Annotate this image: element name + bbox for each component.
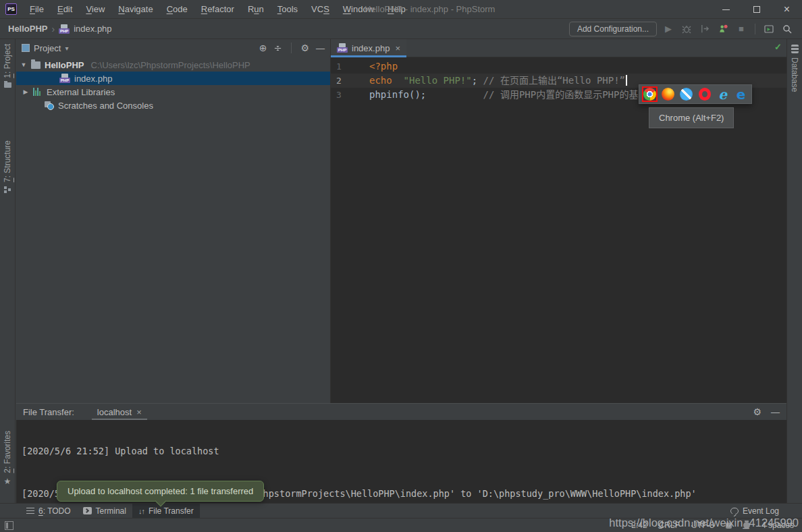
line-number: 3: [331, 88, 365, 102]
menu-refactor[interactable]: Refactor: [194, 0, 241, 18]
menu-tools[interactable]: Tools: [271, 0, 304, 18]
project-panel-actions: ⊕ ⚙ —: [259, 43, 325, 53]
project-panel-title[interactable]: Project: [34, 43, 61, 53]
project-root-path: C:\Users\lzc\PhpstormProjects\HelloPHP: [91, 60, 250, 70]
editor-tab-bar: PHP index.php ×: [331, 39, 786, 57]
text-cursor: [626, 75, 627, 86]
internet-explorer-icon[interactable]: [715, 86, 730, 102]
project-tree: ▼ HelloPHP C:\Users\lzc\PhpstormProjects…: [16, 57, 330, 112]
navigation-bar: HelloPHP › PHP index.php Add Configurati…: [0, 19, 802, 39]
open-in-browser-popup: [639, 84, 752, 104]
project-stripe-icon: [4, 82, 11, 88]
debug-icon[interactable]: [680, 22, 693, 36]
hide-panel-icon[interactable]: —: [771, 407, 780, 417]
project-view-icon: [22, 44, 30, 52]
line-number: 1: [331, 59, 365, 74]
upload-notification[interactable]: Upload to localhost completed: 1 file tr…: [57, 481, 264, 502]
sidebar-item-favorites[interactable]: 2: Favorites ★: [0, 431, 15, 485]
run-anything-icon[interactable]: [762, 22, 776, 36]
safari-icon[interactable]: [678, 86, 694, 102]
phpstorm-window: PS File Edit View Navigate Code Refactor…: [0, 0, 802, 532]
window-controls: ×: [711, 0, 802, 19]
sidebar-item-project[interactable]: 1: Project: [0, 44, 15, 88]
run-icon[interactable]: ▶: [662, 22, 675, 36]
tree-row-index-php[interactable]: PHP index.php: [16, 72, 330, 85]
php-file-icon: PHP: [59, 74, 70, 83]
file-transfer-actions: ⚙ —: [753, 406, 780, 417]
menu-edit[interactable]: Edit: [51, 0, 79, 18]
hide-panel-icon[interactable]: —: [316, 43, 325, 53]
tree-row-root[interactable]: ▼ HelloPHP C:\Users\lzc\PhpstormProjects…: [16, 58, 330, 72]
todo-icon: [26, 508, 34, 514]
breadcrumb-project[interactable]: HelloPHP: [8, 24, 48, 34]
search-everywhere-icon[interactable]: [780, 22, 794, 36]
php-file-icon: PHP: [337, 43, 348, 53]
sidebar-item-database[interactable]: Database: [787, 45, 802, 92]
line-number: 2: [331, 74, 365, 88]
title-bar: PS File Edit View Navigate Code Refactor…: [0, 0, 802, 19]
menu-code[interactable]: Code: [160, 0, 194, 18]
attach-debugger-icon[interactable]: [716, 22, 730, 36]
menu-run[interactable]: Run: [241, 0, 271, 18]
code-line-1: 1 <?php: [331, 59, 786, 74]
chevron-down-icon[interactable]: ▾: [65, 45, 68, 52]
project-panel-header: Project ▾ ⊕ ⚙ —: [16, 39, 330, 57]
left-tool-window-stripe: 1: Project 7: Structure 2: Favorites ★: [0, 39, 16, 503]
opera-icon[interactable]: [697, 86, 712, 102]
maximize-button[interactable]: [741, 0, 772, 19]
tab-index-php[interactable]: PHP index.php ×: [331, 39, 406, 57]
edge-icon[interactable]: [733, 86, 749, 102]
menu-navigate[interactable]: Navigate: [111, 0, 159, 18]
menu-view[interactable]: View: [79, 0, 111, 18]
watermark: https://blog.csdn.net/weixin_41245990: [609, 516, 799, 529]
tool-window-switcher-icon[interactable]: [5, 521, 14, 530]
menu-bar: File Edit View Navigate Code Refactor Ru…: [23, 0, 412, 18]
tree-row-scratches[interactable]: Scratches and Consoles: [16, 99, 330, 112]
right-tool-window-stripe: Database: [786, 39, 802, 503]
minimize-button[interactable]: [711, 0, 741, 19]
structure-stripe-icon: [4, 186, 11, 193]
phpstorm-logo-icon: PS: [5, 3, 17, 15]
todo-button[interactable]: 6: TODO: [20, 504, 77, 518]
close-button[interactable]: ×: [772, 0, 802, 19]
gear-icon[interactable]: ⚙: [300, 43, 309, 53]
tree-row-external-libraries[interactable]: ▶ External Libraries: [16, 85, 330, 99]
event-log-button[interactable]: Event Log: [730, 504, 802, 518]
terminal-button[interactable]: Terminal: [77, 504, 132, 518]
menu-vcs[interactable]: VCS: [304, 0, 336, 18]
maximize-icon: [753, 6, 760, 13]
expand-right-icon[interactable]: ▶: [22, 88, 29, 95]
event-log-icon: [730, 508, 739, 514]
close-tab-icon[interactable]: ×: [395, 43, 400, 53]
stop-icon[interactable]: ■: [734, 22, 748, 36]
transfer-arrows-icon: ↓↑: [138, 507, 144, 515]
tab-localhost[interactable]: localhost ×: [95, 404, 144, 420]
bottom-tool-window-bar: 6: TODO Terminal ↓↑ File Transfer Event …: [0, 503, 802, 518]
favorites-star-icon: ★: [4, 477, 11, 485]
add-configuration-button[interactable]: Add Configuration...: [569, 22, 657, 36]
database-icon: [791, 45, 799, 53]
locate-file-icon[interactable]: ⊕: [259, 43, 267, 53]
expand-down-icon[interactable]: ▼: [20, 61, 27, 68]
php-file-icon: PHP: [59, 24, 70, 34]
firefox-icon[interactable]: [660, 86, 676, 102]
breadcrumb-separator-icon: ›: [52, 24, 55, 34]
file-transfer-label: File Transfer:: [23, 407, 74, 417]
run-toolbar: Add Configuration... ▶ ■: [569, 22, 802, 36]
terminal-icon: [83, 507, 92, 514]
inspections-ok-icon[interactable]: ✓: [774, 42, 782, 52]
file-transfer-header: File Transfer: localhost × ⚙ —: [16, 404, 786, 420]
close-tab-icon[interactable]: ×: [136, 407, 142, 417]
chrome-icon[interactable]: [642, 86, 658, 102]
breadcrumb: HelloPHP › PHP index.php: [0, 24, 112, 34]
breadcrumb-file[interactable]: index.php: [74, 24, 111, 34]
file-transfer-button[interactable]: ↓↑ File Transfer: [132, 504, 200, 518]
sidebar-item-structure[interactable]: 7: Structure: [0, 140, 15, 193]
log-line: [2020/5/6 21:52] Upload to localhost: [22, 444, 784, 458]
menu-file[interactable]: File: [23, 0, 51, 18]
collapse-all-icon[interactable]: [273, 44, 282, 53]
project-panel: Project ▾ ⊕ ⚙ — ▼ HelloPHP C:\Users\lzc\…: [16, 39, 331, 403]
gear-icon[interactable]: ⚙: [753, 406, 761, 417]
run-with-coverage-icon[interactable]: [698, 22, 712, 36]
toolbar-divider: [755, 24, 755, 34]
